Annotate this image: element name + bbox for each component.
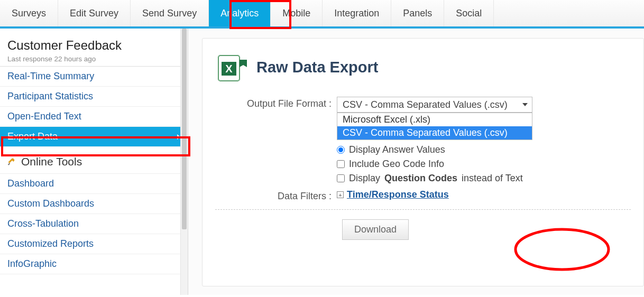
output-format-dropdown: Microsoft Excel (.xls) CSV - Comma Separ… (337, 113, 532, 140)
format-label: Output File Format : (215, 97, 337, 109)
excel-icon: X (215, 50, 249, 84)
sidebar-item-label: Real-Time Summary (7, 71, 94, 82)
output-format-select[interactable]: CSV - Comma Separated Values (.csv) (337, 97, 532, 113)
top-nav: Surveys Edit Survey Send Survey Analytic… (0, 0, 644, 29)
format-option-xls[interactable]: Microsoft Excel (.xls) (337, 113, 532, 126)
nav-tab-edit-survey[interactable]: Edit Survey (58, 0, 131, 26)
option-display-question-codes[interactable]: Display Question Codes instead of Text (337, 173, 631, 184)
sidebar-item-dashboard[interactable]: Dashboard (0, 174, 188, 194)
format-option-label: CSV - Comma Separated Values (.csv) (343, 127, 508, 138)
sidebar-item-label: Custom Dashboards (7, 198, 94, 209)
option-label-post: instead of Text (462, 173, 523, 184)
content-area: X Raw Data Export Output File Format : C… (188, 29, 644, 295)
sidebar-scrollbar[interactable] (180, 29, 188, 295)
nav-tab-label: Surveys (12, 8, 46, 19)
export-panel: X Raw Data Export Output File Format : C… (202, 38, 644, 286)
sidebar-subheader-online-tools: Online Tools (0, 147, 188, 174)
sidebar-item-cross-tabulation[interactable]: Cross-Tabulation (0, 214, 188, 234)
format-option-label: Microsoft Excel (.xls) (343, 114, 430, 125)
nav-tab-label: Panels (403, 8, 432, 19)
nav-tab-label: Send Survey (142, 8, 197, 19)
svg-text:X: X (225, 63, 233, 75)
checkbox-display-question-codes[interactable] (337, 174, 345, 182)
nav-tab-label: Integration (334, 8, 379, 19)
sidebar-item-participant-statistics[interactable]: Participant Statistics (0, 87, 188, 107)
option-include-geo[interactable]: Include Geo Code Info (337, 159, 631, 170)
divider (215, 209, 631, 210)
sidebar-item-open-ended-text[interactable]: Open-Ended Text (0, 107, 188, 127)
last-response-text: Last response 22 hours ago (7, 55, 180, 63)
sidebar-item-customized-reports[interactable]: Customized Reports (0, 234, 188, 254)
download-button-label: Download (354, 224, 397, 235)
sidebar-item-label: InfoGraphic (7, 258, 57, 270)
sidebar-item-label: Dashboard (7, 178, 54, 189)
sidebar-item-realtime-summary[interactable]: Real-Time Summary (0, 67, 188, 87)
expand-icon[interactable]: + (337, 191, 344, 198)
nav-tab-label: Mobile (282, 8, 310, 19)
option-label-strong: Question Codes (384, 173, 457, 184)
nav-tab-mobile[interactable]: Mobile (271, 0, 323, 26)
sidebar-item-label: Cross-Tabulation (7, 218, 79, 229)
nav-tab-send-survey[interactable]: Send Survey (131, 0, 209, 26)
nav-tab-label: Edit Survey (70, 8, 118, 19)
sidebar-item-label: Export Data (7, 131, 58, 142)
sidebar-item-infographic[interactable]: InfoGraphic (0, 254, 188, 274)
sidebar-scrollbar-thumb[interactable] (182, 29, 187, 229)
sidebar-item-label: Open-Ended Text (7, 111, 81, 122)
nav-tab-social[interactable]: Social (444, 0, 494, 26)
output-format-selected: CSV - Comma Separated Values (.csv) (343, 99, 508, 110)
sidebar: Customer Feedback Last response 22 hours… (0, 29, 188, 295)
nav-tab-integration[interactable]: Integration (323, 0, 391, 26)
checkbox-include-geo[interactable] (337, 160, 345, 168)
format-option-csv[interactable]: CSV - Comma Separated Values (.csv) (337, 126, 532, 140)
data-filters-label: Data Filters : (215, 189, 337, 202)
option-label: Include Geo Code Info (349, 159, 444, 170)
option-label: Display Answer Values (349, 144, 445, 155)
sidebar-subheader-label: Online Tools (21, 155, 82, 168)
tools-icon (7, 157, 17, 166)
nav-tab-analytics[interactable]: Analytics (209, 0, 271, 26)
page-title: Raw Data Export (256, 59, 378, 76)
nav-tab-panels[interactable]: Panels (391, 0, 444, 26)
sidebar-item-label: Customized Reports (7, 238, 94, 249)
sidebar-item-export-data[interactable]: Export Data (0, 127, 188, 147)
sidebar-item-custom-dashboards[interactable]: Custom Dashboards (0, 194, 188, 214)
radio-display-answer-values[interactable] (337, 146, 345, 154)
nav-tab-label: Analytics (220, 8, 259, 19)
nav-tab-label: Social (456, 8, 482, 19)
nav-tab-surveys[interactable]: Surveys (0, 0, 58, 26)
option-label-pre: Display (349, 173, 380, 184)
download-button[interactable]: Download (342, 219, 409, 240)
option-display-answer-values[interactable]: Display Answer Values (337, 144, 631, 155)
survey-title: Customer Feedback (7, 38, 180, 53)
caret-down-icon (522, 103, 528, 106)
sidebar-item-label: Participant Statistics (7, 91, 93, 102)
data-filter-link-time-response[interactable]: Time/Response Status (347, 189, 449, 200)
